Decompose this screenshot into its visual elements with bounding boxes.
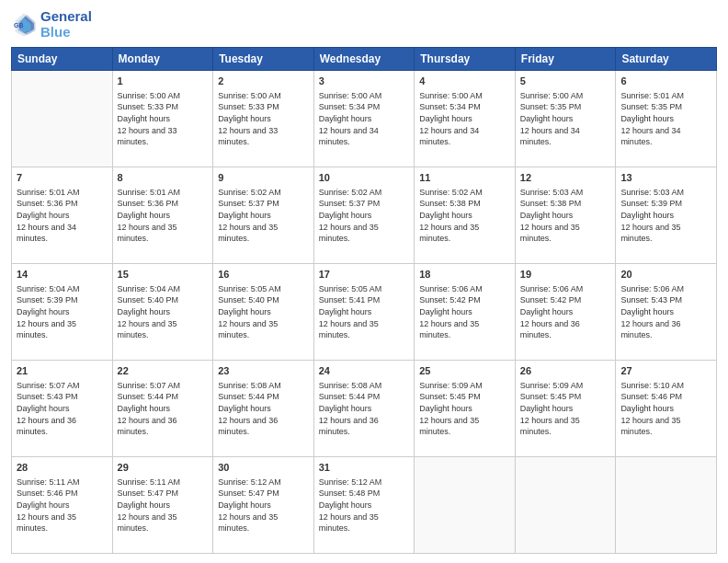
calendar-cell: 27Sunrise: 5:10 AMSunset: 5:46 PMDayligh…: [616, 361, 717, 457]
calendar-cell: 11Sunrise: 5:02 AMSunset: 5:38 PMDayligh…: [415, 167, 516, 264]
day-info: Sunrise: 5:02 AMSunset: 5:37 PMDaylight …: [218, 187, 309, 245]
day-number: 17: [319, 268, 410, 282]
calendar-cell: 3Sunrise: 5:00 AMSunset: 5:34 PMDaylight…: [313, 71, 415, 167]
day-number: 30: [218, 461, 309, 475]
day-info: Sunrise: 5:12 AMSunset: 5:48 PMDaylight …: [319, 477, 410, 534]
svg-text:GB: GB: [14, 22, 24, 29]
day-number: 21: [17, 364, 108, 378]
day-number: 2: [218, 75, 309, 88]
calendar-cell: [515, 457, 616, 554]
day-info: Sunrise: 5:03 AMSunset: 5:39 PMDaylight …: [620, 187, 711, 245]
day-number: 19: [520, 268, 611, 282]
day-number: 13: [620, 171, 711, 185]
day-info: Sunrise: 5:02 AMSunset: 5:37 PMDaylight …: [319, 187, 410, 245]
logo-text: General Blue: [40, 9, 92, 40]
weekday-header-tuesday: Tuesday: [213, 48, 314, 71]
day-number: 28: [17, 461, 108, 475]
calendar-cell: 8Sunrise: 5:01 AMSunset: 5:36 PMDaylight…: [112, 167, 213, 264]
day-number: 11: [419, 171, 510, 185]
day-info: Sunrise: 5:00 AMSunset: 5:34 PMDaylight …: [319, 90, 410, 148]
day-number: 6: [620, 75, 711, 88]
day-info: Sunrise: 5:06 AMSunset: 5:42 PMDaylight …: [520, 283, 611, 341]
calendar-cell: 23Sunrise: 5:08 AMSunset: 5:44 PMDayligh…: [213, 361, 314, 457]
day-number: 1: [118, 75, 209, 88]
day-number: 26: [520, 364, 611, 378]
calendar-cell: 18Sunrise: 5:06 AMSunset: 5:42 PMDayligh…: [415, 264, 516, 361]
weekday-header-row: SundayMondayTuesdayWednesdayThursdayFrid…: [12, 48, 717, 71]
week-row-5: 28Sunrise: 5:11 AMSunset: 5:46 PMDayligh…: [12, 457, 717, 554]
day-info: Sunrise: 5:00 AMSunset: 5:33 PMDaylight …: [118, 90, 209, 148]
weekday-header-wednesday: Wednesday: [313, 48, 415, 71]
day-info: Sunrise: 5:05 AMSunset: 5:40 PMDaylight …: [218, 283, 309, 341]
day-number: 16: [218, 268, 309, 282]
weekday-header-friday: Friday: [515, 48, 616, 71]
day-info: Sunrise: 5:09 AMSunset: 5:45 PMDaylight …: [520, 380, 611, 438]
weekday-header-thursday: Thursday: [415, 48, 516, 71]
day-info: Sunrise: 5:09 AMSunset: 5:45 PMDaylight …: [419, 380, 510, 438]
day-info: Sunrise: 5:00 AMSunset: 5:34 PMDaylight …: [419, 90, 510, 148]
day-info: Sunrise: 5:00 AMSunset: 5:35 PMDaylight …: [520, 90, 611, 148]
calendar-cell: 4Sunrise: 5:00 AMSunset: 5:34 PMDaylight…: [415, 71, 516, 167]
day-number: 20: [620, 268, 711, 282]
week-row-1: 1Sunrise: 5:00 AMSunset: 5:33 PMDaylight…: [12, 71, 717, 167]
day-info: Sunrise: 5:01 AMSunset: 5:36 PMDaylight …: [118, 187, 209, 245]
calendar-cell: 13Sunrise: 5:03 AMSunset: 5:39 PMDayligh…: [616, 167, 717, 264]
calendar-cell: 17Sunrise: 5:05 AMSunset: 5:41 PMDayligh…: [313, 264, 415, 361]
day-info: Sunrise: 5:00 AMSunset: 5:33 PMDaylight …: [218, 90, 309, 148]
logo: GB General Blue: [11, 9, 92, 40]
calendar-cell: 7Sunrise: 5:01 AMSunset: 5:36 PMDaylight…: [12, 167, 113, 264]
day-info: Sunrise: 5:11 AMSunset: 5:47 PMDaylight …: [118, 477, 209, 534]
day-number: 15: [118, 268, 209, 282]
day-info: Sunrise: 5:07 AMSunset: 5:43 PMDaylight …: [17, 380, 108, 438]
week-row-2: 7Sunrise: 5:01 AMSunset: 5:36 PMDaylight…: [12, 167, 717, 264]
day-info: Sunrise: 5:07 AMSunset: 5:44 PMDaylight …: [118, 380, 209, 438]
header: GB General Blue: [11, 9, 717, 40]
day-number: 8: [118, 171, 209, 185]
calendar-cell: 21Sunrise: 5:07 AMSunset: 5:43 PMDayligh…: [12, 361, 113, 457]
calendar-cell: 9Sunrise: 5:02 AMSunset: 5:37 PMDaylight…: [213, 167, 314, 264]
day-info: Sunrise: 5:01 AMSunset: 5:35 PMDaylight …: [620, 90, 711, 148]
calendar-cell: 16Sunrise: 5:05 AMSunset: 5:40 PMDayligh…: [213, 264, 314, 361]
week-row-3: 14Sunrise: 5:04 AMSunset: 5:39 PMDayligh…: [12, 264, 717, 361]
calendar-cell: 10Sunrise: 5:02 AMSunset: 5:37 PMDayligh…: [313, 167, 415, 264]
calendar-cell: 24Sunrise: 5:08 AMSunset: 5:44 PMDayligh…: [313, 361, 415, 457]
day-info: Sunrise: 5:10 AMSunset: 5:46 PMDaylight …: [620, 380, 711, 438]
calendar-cell: 1Sunrise: 5:00 AMSunset: 5:33 PMDaylight…: [112, 71, 213, 167]
day-info: Sunrise: 5:04 AMSunset: 5:40 PMDaylight …: [118, 283, 209, 341]
day-number: 18: [419, 268, 510, 282]
calendar-cell: 22Sunrise: 5:07 AMSunset: 5:44 PMDayligh…: [112, 361, 213, 457]
calendar-cell: 25Sunrise: 5:09 AMSunset: 5:45 PMDayligh…: [415, 361, 516, 457]
day-number: 7: [17, 171, 108, 185]
calendar-cell: 15Sunrise: 5:04 AMSunset: 5:40 PMDayligh…: [112, 264, 213, 361]
calendar-cell: 6Sunrise: 5:01 AMSunset: 5:35 PMDaylight…: [616, 71, 717, 167]
calendar-cell: 12Sunrise: 5:03 AMSunset: 5:38 PMDayligh…: [515, 167, 616, 264]
day-number: 4: [419, 75, 510, 88]
day-info: Sunrise: 5:11 AMSunset: 5:46 PMDaylight …: [17, 477, 108, 534]
day-info: Sunrise: 5:08 AMSunset: 5:44 PMDaylight …: [319, 380, 410, 438]
day-number: 9: [218, 171, 309, 185]
day-info: Sunrise: 5:01 AMSunset: 5:36 PMDaylight …: [17, 187, 108, 245]
day-info: Sunrise: 5:02 AMSunset: 5:38 PMDaylight …: [419, 187, 510, 245]
calendar-cell: 14Sunrise: 5:04 AMSunset: 5:39 PMDayligh…: [12, 264, 113, 361]
day-info: Sunrise: 5:08 AMSunset: 5:44 PMDaylight …: [218, 380, 309, 438]
calendar-cell: [616, 457, 717, 554]
calendar-cell: 28Sunrise: 5:11 AMSunset: 5:46 PMDayligh…: [12, 457, 113, 554]
calendar-cell: 19Sunrise: 5:06 AMSunset: 5:42 PMDayligh…: [515, 264, 616, 361]
day-number: 24: [319, 364, 410, 378]
calendar-cell: 2Sunrise: 5:00 AMSunset: 5:33 PMDaylight…: [213, 71, 314, 167]
day-number: 10: [319, 171, 410, 185]
day-info: Sunrise: 5:06 AMSunset: 5:42 PMDaylight …: [419, 283, 510, 341]
day-info: Sunrise: 5:05 AMSunset: 5:41 PMDaylight …: [319, 283, 410, 341]
calendar-table: SundayMondayTuesdayWednesdayThursdayFrid…: [11, 47, 717, 554]
day-number: 5: [520, 75, 611, 88]
day-number: 29: [118, 461, 209, 475]
day-number: 14: [17, 268, 108, 282]
day-info: Sunrise: 5:06 AMSunset: 5:43 PMDaylight …: [620, 283, 711, 341]
day-info: Sunrise: 5:03 AMSunset: 5:38 PMDaylight …: [520, 187, 611, 245]
day-number: 27: [620, 364, 711, 378]
calendar-cell: [12, 71, 113, 167]
calendar-cell: 5Sunrise: 5:00 AMSunset: 5:35 PMDaylight…: [515, 71, 616, 167]
calendar-cell: 31Sunrise: 5:12 AMSunset: 5:48 PMDayligh…: [313, 457, 415, 554]
calendar-cell: 30Sunrise: 5:12 AMSunset: 5:47 PMDayligh…: [213, 457, 314, 554]
page-container: GB General Blue SundayMondayTuesdayWedne…: [0, 0, 728, 563]
